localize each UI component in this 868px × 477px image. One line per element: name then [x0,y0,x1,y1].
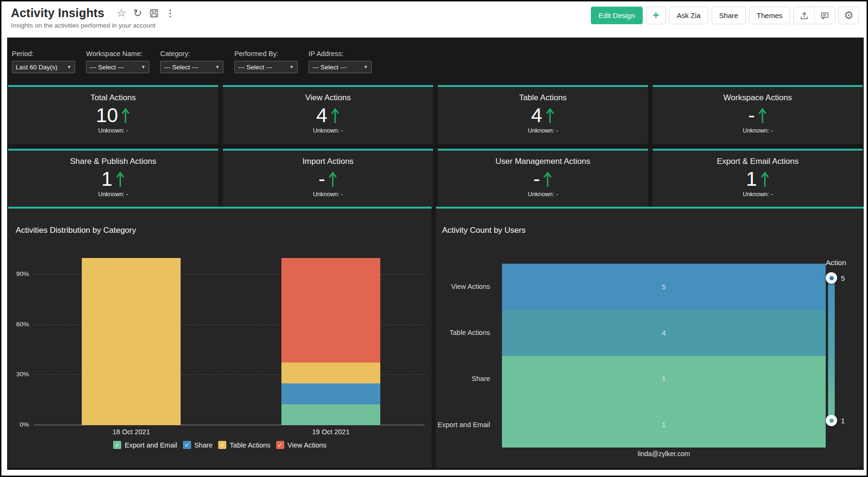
chevron-down-icon: ▼ [215,65,220,69]
kpi-title: Share & Publish Actions [8,157,218,166]
header-actions: Edit Design + Ask Zia Share Themes [591,7,859,24]
share-button[interactable]: Share [712,7,746,24]
stacked-bar-plot [34,258,424,425]
x-axis-label: linda@zylker.com [502,450,826,458]
kpi-title: Import Actions [223,157,433,166]
bar-segment[interactable] [281,383,380,404]
legend-checkbox[interactable]: ✓ [218,441,226,449]
kpi-footer: Unknown: - [8,127,218,134]
edit-design-button[interactable]: Edit Design [591,7,643,24]
filter-label: Period: [12,50,75,57]
filter-workspace: Workspace Name: --- Select ---▼ [86,50,149,73]
trend-up-icon [543,171,552,188]
y-axis-tick: 30% [8,371,29,378]
performed-by-select[interactable]: --- Select ---▼ [234,61,298,73]
y-axis-tick: 0% [8,421,29,428]
bar-segment[interactable] [281,404,380,425]
kpi-title: Export & Email Actions [653,157,863,166]
chevron-down-icon: ▼ [364,65,368,69]
add-button[interactable]: + [646,7,666,24]
kpi-title: Workspace Actions [653,93,863,103]
legend-label: Share [194,441,213,449]
filter-period: Period: Last 60 Day(s)▼ [12,50,75,73]
themes-button[interactable]: Themes [749,7,790,24]
slider-handle-max[interactable] [826,272,837,284]
legend-checkbox[interactable]: ✓ [183,441,191,449]
kpi-grid: Total Actions10Unknown: -View Actions4Un… [8,85,863,208]
heat-row-value: 4 [662,329,665,337]
kpi-value: - [748,104,755,127]
legend-item[interactable]: ✓Table Actions [218,441,270,449]
chart-title: Activities Distribution by Category [16,226,136,235]
legend-checkbox[interactable]: ✓ [276,441,284,449]
bar-segment[interactable] [281,258,380,363]
kpi-footer: Unknown: - [223,127,433,134]
heat-row[interactable]: 5 [502,264,826,310]
chart-legend: ✓Export and Email✓Share✓Table Actions✓Vi… [8,441,432,449]
category-select[interactable]: --- Select ---▼ [160,61,223,73]
more-vertical-icon[interactable]: ⋮ [166,8,175,19]
comment-icon[interactable] [814,7,835,24]
legend-item[interactable]: ✓View Actions [276,441,327,449]
settings-icon[interactable]: ⚙ [839,7,859,24]
period-select[interactable]: Last 60 Day(s)▼ [12,61,75,73]
slider-handle-min[interactable] [826,415,837,426]
kpi-footer: Unknown: - [653,127,863,134]
heat-row[interactable]: 1 [502,356,826,402]
trend-up-icon [330,107,340,124]
page-subtitle: Insights on the activities performed in … [11,22,155,29]
action-range-slider[interactable] [828,274,835,424]
slider-min-value: 1 [841,417,845,425]
heat-chart-panel: Activity Count by Users View ActionsTabl… [436,207,864,467]
kpi-card: Share & Publish Actions1Unknown: - [8,149,218,208]
kpi-footer: Unknown: - [223,191,433,198]
filter-label: IP Address: [309,50,372,57]
legend-label: View Actions [288,441,327,449]
bar-segment[interactable] [82,258,181,425]
chevron-down-icon: ▼ [141,65,145,69]
heat-row[interactable]: 4 [502,310,826,356]
export-icon[interactable] [794,7,814,24]
chart-title: Activity Count by Users [442,226,526,235]
filter-label: Performed By: [234,50,298,57]
stacked-bar[interactable] [82,258,181,425]
header: Activity Insights ☆ ↻ ⋮ Insights on the … [1,1,867,36]
workspace-select[interactable]: --- Select ---▼ [86,61,149,73]
kpi-value: 4 [531,104,542,127]
kpi-title: User Management Actions [438,157,648,166]
kpi-card: Import Actions-Unknown: - [223,149,433,208]
legend-label: Export and Email [125,441,177,449]
heat-row-value: 1 [662,420,665,429]
kpi-card: User Management Actions-Unknown: - [438,149,648,208]
ask-zia-button[interactable]: Ask Zia [669,7,708,24]
slider-title: Action [826,258,846,267]
ip-address-select[interactable]: --- Select ---▼ [309,61,372,73]
kpi-footer: Unknown: - [8,191,218,198]
kpi-title: View Actions [223,93,433,103]
heat-row-value: 5 [662,283,665,291]
bar-segment[interactable] [281,363,380,383]
slider-max-value: 5 [841,274,845,282]
trend-up-icon [758,107,767,124]
refresh-icon[interactable]: ↻ [133,8,142,19]
stacked-bar[interactable] [281,258,380,425]
heat-row-label: Share [436,356,496,402]
slider-handle-dot [829,419,834,423]
trend-up-icon [116,171,125,188]
legend-item[interactable]: ✓Export and Email [113,441,177,449]
stacked-bar-panel: Activities Distribution by Category ✓Exp… [8,207,432,467]
trend-up-icon [760,171,770,188]
slider-handle-dot [829,276,834,280]
app-window: Activity Insights ☆ ↻ ⋮ Insights on the … [0,0,868,477]
kpi-value: 4 [316,104,327,127]
filter-category: Category: --- Select ---▼ [160,50,223,73]
save-icon[interactable] [149,9,159,18]
legend-checkbox[interactable]: ✓ [113,441,121,449]
star-icon[interactable]: ☆ [117,8,126,19]
trend-up-icon [328,171,338,188]
dashboard-canvas: Period: Last 60 Day(s)▼ Workspace Name: … [7,38,864,470]
kpi-footer: Unknown: - [653,191,863,198]
legend-item[interactable]: ✓Share [183,441,213,449]
heat-row[interactable]: 1 [502,401,826,448]
kpi-title: Table Actions [438,93,648,103]
